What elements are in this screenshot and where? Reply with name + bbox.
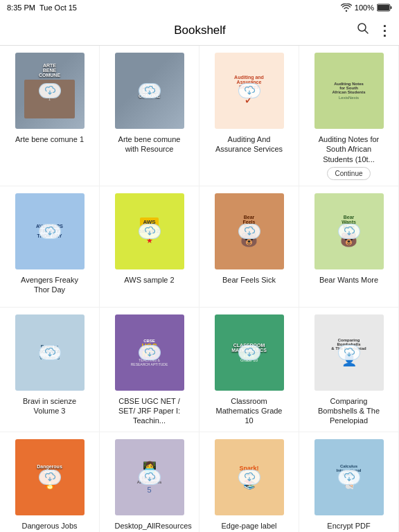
- book-title: Bear Wants More: [319, 275, 378, 285]
- cloud-download-icon: [338, 345, 360, 360]
- book-item-bearwants[interactable]: BearWantsMore 🐻 Bear Wants More: [299, 186, 399, 308]
- book-title: Bravi in scienze Volume 3: [15, 396, 85, 416]
- book-title: CBSE UGC NET / SET/ JRF Paper I: Teachin…: [115, 396, 184, 426]
- book-item-desktop[interactable]: 👩‍💻 DesktopAllResources 5 Desktop_AllRes…: [100, 432, 200, 532]
- more-icon[interactable]: ⋮: [378, 22, 391, 39]
- book-item-classroom[interactable]: CLASSROOMMATHEMATICS FREE Grade 10 Class…: [200, 308, 299, 432]
- cloud-download-icon: [39, 224, 61, 239]
- bookshelf-grid: ARTEBENECOMUNE 1 Arte bene comune 1 ARTE…: [0, 46, 399, 532]
- book-title: Arte bene comune with Resource: [115, 134, 184, 154]
- search-icon[interactable]: [357, 22, 369, 38]
- cloud-download-icon: [139, 224, 161, 239]
- page-title: Bookshelf: [43, 24, 357, 37]
- book-item-aws[interactable]: AWS sample 2 ★ AWS sample 2: [100, 186, 200, 308]
- cloud-download-icon: [338, 224, 360, 239]
- svg-rect-2: [391, 6, 392, 9]
- cloud-download-icon: [139, 345, 161, 360]
- book-title: Edge-page label: [221, 521, 276, 531]
- book-item-arte1[interactable]: ARTEBENECOMUNE 1 Arte bene comune 1: [0, 46, 100, 186]
- book-item-arte2[interactable]: ARTEBENECOMUNE Arte bene comune with Res…: [100, 46, 200, 186]
- status-time-date: 8:35 PM Tue Oct 15: [7, 3, 77, 12]
- book-item-comparing[interactable]: ComparingBombshells& The Penelopiad 👤 Co…: [299, 308, 399, 432]
- book-title: Encrypt PDF Calculus International Metri…: [314, 521, 384, 532]
- cloud-download-icon: [238, 83, 260, 98]
- app-header: Bookshelf ⋮: [0, 15, 399, 46]
- book-title: Classroom Mathematics Grade 10: [215, 396, 284, 426]
- book-title: Desktop_AllResources: [115, 521, 184, 531]
- cloud-download-icon: [39, 345, 61, 360]
- book-item-bravi[interactable]: Bravi inSCIENZA Volume 3 Bravi in scienz…: [0, 308, 100, 432]
- book-title: Comparing Bombshells & The Penelopiad: [314, 396, 384, 426]
- svg-line-4: [365, 30, 369, 34]
- cloud-download-icon: [39, 83, 61, 98]
- book-item-avengers[interactable]: AVENGERSFREAKYTHOR DAY Avengers Freaky T…: [0, 186, 100, 308]
- cloud-download-icon: [238, 224, 260, 239]
- wifi-icon: [341, 3, 352, 12]
- header-actions: ⋮: [357, 22, 391, 39]
- book-item-auditingnotes[interactable]: Auditing Notesfor SouthAfrican Students …: [299, 46, 399, 186]
- cloud-download-icon: [338, 470, 360, 485]
- book-item-auditing[interactable]: Auditing andAssuranceServices ✓ Auditing…: [200, 46, 299, 186]
- cloud-download-icon: [139, 470, 161, 485]
- status-time: 8:35 PM: [7, 3, 35, 12]
- cloud-download-icon: [238, 345, 260, 360]
- book-title: Dangerous Jobs: [21, 521, 77, 531]
- book-title: Bear Feels Sick: [222, 275, 276, 285]
- status-date: Tue Oct 15: [39, 3, 77, 12]
- book-item-encrypt[interactable]: CalculusInternationalMetric 🐚 Encrypt PD…: [299, 432, 399, 532]
- cloud-download-icon: [139, 83, 161, 98]
- status-indicators: 100%: [341, 3, 392, 12]
- book-item-cbse[interactable]: CBSE UGCNET TEACHING &RESEARCH APTITUDE …: [100, 308, 200, 432]
- battery-percent: 100%: [355, 3, 374, 12]
- book-item-edge[interactable]: Spark! 2A 📚 Edge-page label: [200, 432, 299, 532]
- book-item-bearfeel[interactable]: BearFeelsSick 🐻 Bear Feels Sick: [200, 186, 299, 308]
- cloud-download-icon: [39, 470, 61, 485]
- book-title: Arte bene comune 1: [15, 134, 84, 144]
- book-title: Auditing And Assurance Services: [215, 134, 284, 154]
- status-bar: 8:35 PM Tue Oct 15 100%: [0, 0, 399, 15]
- book-title: Avengers Freaky Thor Day: [15, 275, 85, 295]
- continue-button[interactable]: Continue: [327, 167, 370, 180]
- battery-icon: [377, 3, 392, 12]
- book-title: Auditing Notes for South African Student…: [314, 134, 384, 164]
- cloud-download-icon: [238, 470, 260, 485]
- book-title: AWS sample 2: [124, 275, 174, 285]
- svg-rect-1: [378, 5, 389, 10]
- book-item-dangerous[interactable]: DangerousJobs 🔥 Dangerous Jobs: [0, 432, 100, 532]
